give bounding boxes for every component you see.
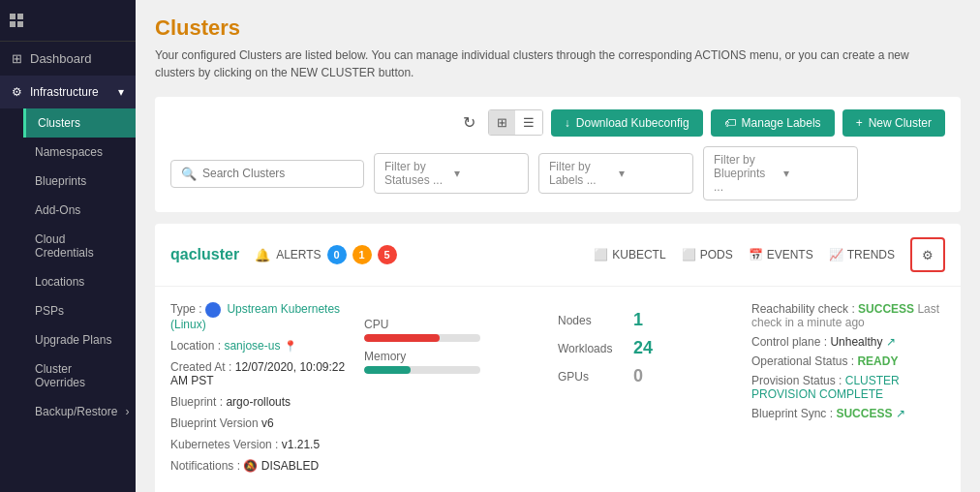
k8s-icon xyxy=(205,302,221,318)
blueprint-version-row: Blueprint Version v6 xyxy=(170,416,364,430)
sidebar: ⊞ Dashboard ⚙ Infrastructure ▾ Clusters … xyxy=(0,0,136,492)
sidebar-item-backup-restore[interactable]: Backup/Restore › xyxy=(23,397,136,426)
tag-icon: 🏷 xyxy=(724,116,736,130)
sidebar-item-upgrade-plans[interactable]: Upgrade Plans xyxy=(23,325,136,354)
sidebar-item-label: Add-Ons xyxy=(35,203,80,217)
workloads-stat: Workloads 24 xyxy=(558,338,751,358)
cluster-details-body: Type : Upstream Kubernetes (Linux) Locat… xyxy=(155,287,961,492)
sidebar-item-blueprints[interactable]: Blueprints xyxy=(23,167,136,196)
notifications-row: Notifications : 🔕 DISABLED xyxy=(170,459,364,473)
manage-labels-button[interactable]: 🏷 Manage Labels xyxy=(711,109,835,137)
cluster-card: qacluster 🔔 ALERTS 0 1 5 ⬜ KUBECTL ⬜ PO xyxy=(155,224,961,492)
cluster-actions: ⬜ KUBECTL ⬜ PODS 📅 EVENTS 📈 TRENDS xyxy=(594,237,945,272)
details-col-1: Type : Upstream Kubernetes (Linux) Locat… xyxy=(170,302,364,480)
bell-off-icon: 🔕 xyxy=(243,459,258,473)
blueprint-sync-row: Blueprint Sync : SUCCESS ↗ xyxy=(751,407,945,420)
reachability-row: Reachability check : SUCCESS Last check … xyxy=(751,302,945,329)
provision-row: Provision Status : CLUSTER PROVISION COM… xyxy=(751,374,945,401)
sidebar-item-label: PSPs xyxy=(35,304,64,318)
sidebar-item-label: Backup/Restore xyxy=(35,405,117,418)
dashboard-icon: ⊞ xyxy=(12,51,22,66)
details-col-2: CPU Memory xyxy=(364,302,558,480)
page-title: Clusters xyxy=(155,15,961,41)
sidebar-item-label: Clusters xyxy=(38,116,80,130)
sidebar-item-cluster-overrides[interactable]: Cluster Overrides xyxy=(23,354,136,397)
events-link[interactable]: 📅 EVENTS xyxy=(749,248,813,261)
sidebar-sub-menu: Clusters Namespaces Blueprints Add-Ons C… xyxy=(0,108,136,426)
sidebar-item-namespaces[interactable]: Namespaces xyxy=(23,138,136,167)
search-icon: 🔍 xyxy=(181,167,197,181)
filter-labels-select[interactable]: Filter by Labels ... ▾ xyxy=(538,153,693,194)
chevron-down-icon: ▾ xyxy=(118,85,124,99)
infrastructure-icon: ⚙ xyxy=(12,85,22,99)
plus-icon: + xyxy=(856,116,863,130)
sidebar-section-infrastructure[interactable]: ⚙ Infrastructure ▾ xyxy=(0,76,136,108)
sidebar-item-addons[interactable]: Add-Ons xyxy=(23,196,136,225)
sidebar-section-label: Infrastructure xyxy=(30,85,99,99)
cpu-fill xyxy=(364,334,440,342)
sidebar-item-label: Upgrade Plans xyxy=(35,333,111,347)
refresh-button[interactable]: ↻ xyxy=(458,108,480,137)
sidebar-item-label: Cluster Overrides xyxy=(35,362,124,389)
type-row: Type : Upstream Kubernetes (Linux) xyxy=(170,302,364,331)
search-clusters-input[interactable]: 🔍 xyxy=(170,160,364,188)
sidebar-app-header xyxy=(0,0,136,42)
location-row: Location : sanjose-us 📍 xyxy=(170,339,364,353)
download-kubeconfig-button[interactable]: ↓ Download Kubeconfig xyxy=(551,109,703,137)
download-icon: ↓ xyxy=(565,116,570,130)
cluster-settings-button[interactable]: ⚙ xyxy=(910,237,945,272)
chevron-down-icon: ▾ xyxy=(783,167,847,180)
chevron-down-icon: ▾ xyxy=(619,167,683,180)
grid-icon xyxy=(10,14,23,27)
details-col-4: Reachability check : SUCCESS Last check … xyxy=(751,302,945,480)
k8s-version-row: Kubernetes Version : v1.21.5 xyxy=(170,438,364,451)
external-link-icon[interactable]: ↗ xyxy=(896,407,905,420)
alert-badge-red: 5 xyxy=(378,245,397,264)
nodes-stat: Nodes 1 xyxy=(558,310,751,330)
gpus-stat: GPUs 0 xyxy=(558,366,751,386)
calendar-icon: 📅 xyxy=(749,248,763,261)
sidebar-item-dashboard[interactable]: ⊞ Dashboard xyxy=(0,42,136,76)
cpu-row: CPU xyxy=(364,318,558,342)
filter-blueprints-select[interactable]: Filter by Blueprints ... ▾ xyxy=(703,146,858,200)
location-icon: 📍 xyxy=(284,340,297,352)
created-row: Created At : 12/07/2020, 10:09:22 AM PST xyxy=(170,360,364,387)
sidebar-item-label: Blueprints xyxy=(35,174,86,188)
control-plane-row: Control plane : Unhealthy ↗ xyxy=(751,335,945,349)
operational-row: Operational Status : READY xyxy=(751,354,945,368)
trends-link[interactable]: 📈 TRENDS xyxy=(829,248,895,261)
alert-badge-orange: 1 xyxy=(352,245,372,264)
list-view-button[interactable]: ☰ xyxy=(515,110,542,135)
sidebar-item-label: Dashboard xyxy=(30,51,92,66)
memory-row: Memory xyxy=(364,350,558,374)
toolbar-filters: 🔍 Filter by Statuses ... ▾ Filter by Lab… xyxy=(170,146,945,200)
external-link-icon[interactable]: ↗ xyxy=(886,335,896,349)
cpu-bar xyxy=(364,334,480,342)
sidebar-item-locations[interactable]: Locations xyxy=(23,267,136,296)
memory-fill xyxy=(364,366,411,374)
new-cluster-button[interactable]: + New Cluster xyxy=(842,109,945,137)
gear-icon: ⚙ xyxy=(922,248,934,262)
details-col-3: Nodes 1 Workloads 24 GPUs 0 xyxy=(558,302,751,480)
alerts-label: ALERTS xyxy=(276,248,321,261)
sidebar-item-cloud-credentials[interactable]: Cloud Credentials xyxy=(23,225,136,267)
filter-statuses-select[interactable]: Filter by Statuses ... ▾ xyxy=(374,153,529,194)
kubectl-link[interactable]: ⬜ KUBECTL xyxy=(594,248,665,261)
sidebar-item-label: Cloud Credentials xyxy=(35,232,124,260)
terminal-icon: ⬜ xyxy=(594,248,608,261)
trends-icon: 📈 xyxy=(829,248,843,261)
pods-link[interactable]: ⬜ PODS xyxy=(682,248,733,261)
chevron-down-icon: ▾ xyxy=(454,167,518,180)
grid-view-button[interactable]: ⊞ xyxy=(489,110,515,135)
search-input-field[interactable] xyxy=(202,167,353,180)
chevron-right-icon: › xyxy=(125,405,129,418)
sidebar-item-clusters[interactable]: Clusters xyxy=(23,108,136,138)
bell-icon: 🔔 xyxy=(255,248,270,262)
alerts-section: 🔔 ALERTS 0 1 5 xyxy=(255,245,396,264)
alert-badge-blue: 0 xyxy=(327,245,347,264)
memory-bar xyxy=(364,366,480,374)
main-content: Clusters Your configured Clusters are li… xyxy=(136,0,980,492)
pods-icon: ⬜ xyxy=(682,248,696,261)
sidebar-item-psps[interactable]: PSPs xyxy=(23,296,136,325)
page-description: Your configured Clusters are listed belo… xyxy=(155,46,930,81)
